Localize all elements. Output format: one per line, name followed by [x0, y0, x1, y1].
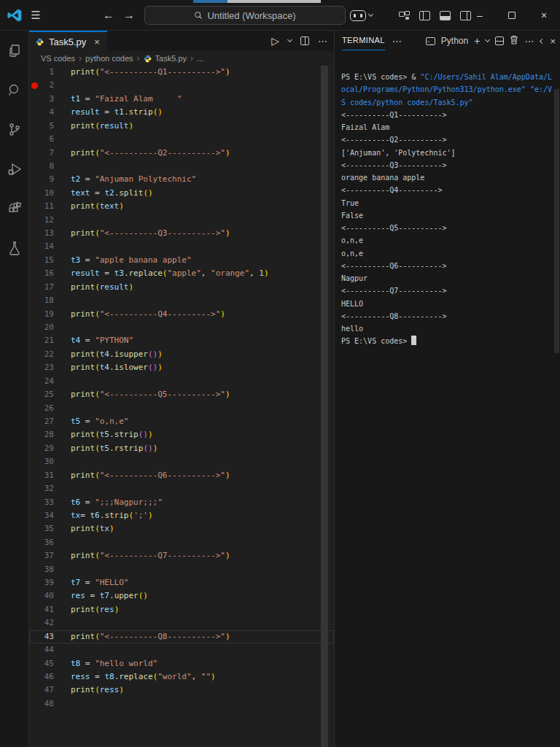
- breakpoint-gutter[interactable]: [29, 361, 38, 374]
- breakpoint-gutter[interactable]: [29, 294, 38, 307]
- extensions-icon[interactable]: [6, 200, 23, 217]
- restore-button[interactable]: [496, 0, 528, 31]
- code-line[interactable]: 25print("<----------Q5---------->"): [29, 388, 334, 401]
- breakpoint-gutter[interactable]: [29, 133, 38, 146]
- terminal-scrollbar[interactable]: [554, 89, 559, 353]
- terminal-shell-label[interactable]: Python: [441, 36, 468, 46]
- code-line[interactable]: 28print(t5.strip()): [29, 428, 334, 441]
- copilot-button[interactable]: [350, 10, 373, 21]
- new-terminal-dropdown-icon[interactable]: [485, 37, 490, 42]
- run-dropdown-icon[interactable]: [287, 37, 292, 42]
- breakpoint-gutter[interactable]: [29, 509, 38, 522]
- code-line[interactable]: 21t4 = "PYTHON": [29, 334, 334, 347]
- code-line[interactable]: 5print(result): [29, 120, 334, 133]
- terminal-tab[interactable]: TERMINAL: [342, 31, 385, 50]
- breakpoint-gutter[interactable]: [29, 402, 38, 415]
- breakpoint-gutter[interactable]: [29, 160, 38, 173]
- code-line[interactable]: 16result = t3.replace("apple", "orange",…: [29, 267, 334, 280]
- breakpoint-gutter[interactable]: [29, 147, 38, 160]
- breakpoint-gutter[interactable]: [29, 657, 38, 670]
- kill-terminal-icon[interactable]: [510, 34, 518, 47]
- breakpoint-gutter[interactable]: [29, 388, 38, 401]
- breakpoint-gutter[interactable]: [29, 589, 38, 603]
- code-line[interactable]: 22print(t4.isupper()): [29, 348, 334, 361]
- run-button[interactable]: ▷: [271, 35, 279, 47]
- code-line[interactable]: 12: [29, 214, 334, 227]
- code-line[interactable]: 18: [29, 294, 334, 307]
- split-terminal-icon[interactable]: [495, 36, 504, 45]
- code-line[interactable]: 30: [29, 455, 334, 468]
- code-line[interactable]: 32: [29, 482, 334, 495]
- code-line[interactable]: 20: [29, 321, 334, 334]
- search-sidebar-icon[interactable]: [6, 82, 23, 99]
- source-control-icon[interactable]: [6, 121, 23, 139]
- run-and-debug-icon[interactable]: [6, 160, 23, 178]
- code-line[interactable]: 6: [29, 133, 334, 146]
- breakpoint-gutter[interactable]: [29, 428, 38, 441]
- breakpoint-gutter[interactable]: [29, 254, 38, 267]
- code-line[interactable]: 42: [29, 616, 334, 630]
- code-line[interactable]: 8: [29, 160, 334, 173]
- breakpoint-gutter[interactable]: [29, 616, 38, 630]
- code-line[interactable]: 38: [29, 563, 334, 576]
- code-line[interactable]: 34tx= t6.strip(';'): [29, 509, 334, 522]
- breakpoint-icon[interactable]: [29, 79, 38, 92]
- breakpoint-gutter[interactable]: [29, 522, 38, 535]
- code-line[interactable]: 17print(result): [29, 281, 334, 294]
- code-line[interactable]: 27t5 = "o,n,e": [29, 415, 334, 428]
- code-line[interactable]: 44: [29, 643, 334, 657]
- code-line[interactable]: 23print(t4.islower()): [29, 361, 334, 374]
- breakpoint-gutter[interactable]: [29, 630, 38, 643]
- menu-icon[interactable]: ☰: [29, 8, 42, 23]
- code-line[interactable]: 19print("<----------Q4--------->"): [29, 308, 334, 321]
- breakpoint-gutter[interactable]: [29, 106, 38, 119]
- code-line[interactable]: 46ress = t8.replace("world", ""): [29, 670, 334, 684]
- code-line[interactable]: 10text = t2.split(): [29, 187, 334, 200]
- breakpoint-gutter[interactable]: [29, 240, 38, 253]
- command-center-search[interactable]: Untitled (Workspace): [144, 6, 346, 25]
- code-line[interactable]: 31print("<----------Q6---------->"): [29, 469, 334, 482]
- toggle-panel-icon[interactable]: [440, 11, 451, 20]
- code-line[interactable]: 15t3 = "apple banana apple": [29, 254, 334, 267]
- code-line[interactable]: 29print(t5.rstrip()): [29, 442, 334, 455]
- code-line[interactable]: 2: [29, 79, 334, 92]
- code-line[interactable]: 9t2 = "Anjuman Polytechnic": [29, 173, 334, 186]
- code-line[interactable]: 41print(res): [29, 603, 334, 616]
- breakpoint-gutter[interactable]: [29, 66, 38, 79]
- terminal-output[interactable]: PS E:\VS codes> & "C:/Users/Sahil Alam/A…: [341, 71, 556, 348]
- breadcrumb-item[interactable]: ...: [197, 54, 203, 63]
- breakpoint-gutter[interactable]: [29, 643, 38, 657]
- breakpoint-gutter[interactable]: [29, 334, 38, 347]
- breakpoint-gutter[interactable]: [29, 120, 38, 133]
- code-line[interactable]: 48: [29, 697, 334, 711]
- code-line[interactable]: 40res = t7.upper(): [29, 589, 334, 603]
- code-line[interactable]: 39t7 = "HELLO": [29, 576, 334, 589]
- code-line[interactable]: 43print("<----------Q8---------->"): [29, 630, 334, 643]
- split-editor-icon[interactable]: [300, 36, 309, 45]
- breakpoint-gutter[interactable]: [29, 697, 38, 711]
- code-line[interactable]: 36: [29, 536, 334, 549]
- breadcrumb-item[interactable]: Task5.py: [155, 54, 187, 63]
- breakpoint-gutter[interactable]: [29, 563, 38, 576]
- code-line[interactable]: 33t6 = ";;;Nagpur;;;": [29, 496, 334, 509]
- tab-task5-py[interactable]: Task5.py ×: [29, 31, 107, 51]
- breakpoint-gutter[interactable]: [29, 455, 38, 468]
- code-line[interactable]: 47print(ress): [29, 684, 334, 697]
- editor-more-actions-icon[interactable]: ⋯: [318, 36, 328, 47]
- breakpoint-gutter[interactable]: [29, 375, 38, 388]
- breakpoint-gutter[interactable]: [29, 93, 38, 106]
- breakpoint-gutter[interactable]: [29, 415, 38, 428]
- tab-close-icon[interactable]: ×: [94, 36, 100, 47]
- breakpoint-gutter[interactable]: [29, 227, 38, 240]
- close-button[interactable]: ×: [528, 0, 560, 31]
- breakpoint-gutter[interactable]: [29, 267, 38, 280]
- panel-more-actions-icon[interactable]: ⋯: [392, 36, 402, 47]
- breakpoint-gutter[interactable]: [29, 576, 38, 589]
- testing-icon[interactable]: [6, 239, 23, 257]
- breakpoint-gutter[interactable]: [29, 200, 38, 213]
- code-editor[interactable]: 1print("<----------Q1---------->")23t1 =…: [29, 66, 334, 747]
- breakpoint-gutter[interactable]: [29, 536, 38, 549]
- code-line[interactable]: 3t1 = "Faizal Alam ": [29, 93, 334, 106]
- breakpoint-gutter[interactable]: [29, 187, 38, 200]
- chevron-left-icon[interactable]: [540, 38, 545, 43]
